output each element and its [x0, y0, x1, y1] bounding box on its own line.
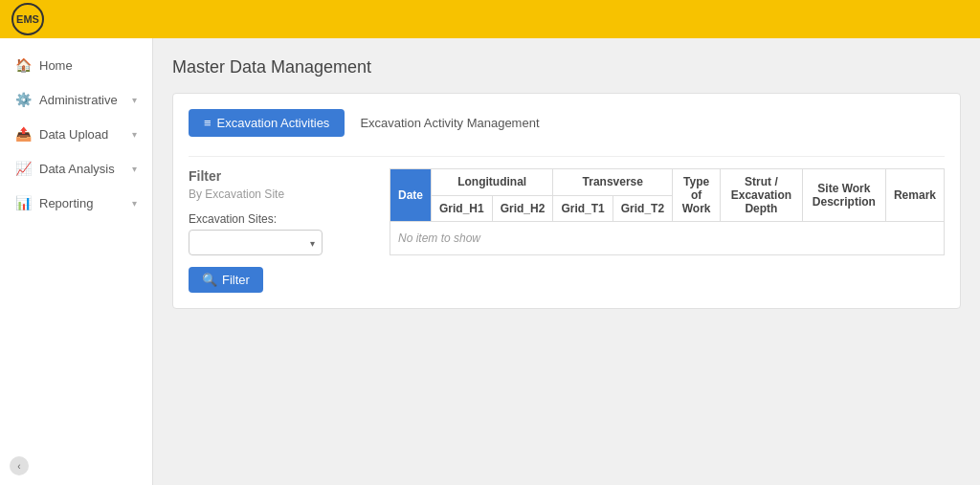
sidebar-item-data-analysis[interactable]: 📈 Data Analysis ▾	[0, 151, 152, 186]
excavation-sites-label: Excavation Sites:	[189, 212, 361, 226]
main-layout: 🏠 Home ⚙️ Administrative ▾ 📤 Data Upload…	[0, 38, 980, 485]
home-icon: 🏠	[15, 57, 32, 73]
filter-section: Filter By Excavation Site Excavation Sit…	[189, 168, 945, 293]
filter-subtitle: By Excavation Site	[189, 187, 361, 201]
sidebar-item-label: Home	[39, 58, 73, 73]
sidebar-item-label: Reporting	[39, 196, 93, 210]
tab-excavation-activities[interactable]: ≡ Excavation Activities	[189, 109, 345, 137]
content-area: Master Data Management ≡ Excavation Acti…	[153, 38, 980, 485]
main-card: ≡ Excavation Activities Excavation Activ…	[172, 93, 961, 309]
sidebar-collapse-button[interactable]: ‹	[10, 456, 29, 475]
data-upload-icon: 📤	[15, 126, 32, 142]
grid-h1-header: Grid_H1	[432, 195, 493, 222]
chevron-down-icon: ▾	[132, 164, 137, 174]
sidebar-item-label: Data Upload	[39, 127, 108, 142]
excavation-table: Date Longitudinal Transverse Type of Wor…	[390, 168, 945, 255]
ems-logo: EMS	[11, 3, 44, 35]
tab-bar: ≡ Excavation Activities Excavation Activ…	[189, 109, 945, 137]
grid-t1-header: Grid_T1	[553, 195, 612, 222]
data-analysis-icon: 📈	[15, 161, 32, 176]
tab-excavation-activity-management[interactable]: Excavation Activity Management	[345, 109, 554, 137]
administrative-icon: ⚙️	[15, 92, 32, 107]
strut-excavation-depth-header: Strut / Excavation Depth	[721, 169, 803, 222]
chevron-down-icon: ▾	[132, 129, 137, 140]
sidebar-item-administrative[interactable]: ⚙️ Administrative ▾	[0, 82, 152, 117]
excavation-sites-select[interactable]	[189, 230, 323, 255]
excavation-sites-select-wrapper: ▾	[189, 230, 323, 255]
topbar: EMS	[0, 0, 980, 38]
date-header: Date	[390, 169, 432, 222]
remark-header: Remark	[885, 169, 944, 222]
tab-icon: ≡	[204, 116, 212, 130]
site-work-description-header: Site Work Description	[802, 169, 885, 222]
sidebar-item-data-upload[interactable]: 📤 Data Upload ▾	[0, 117, 152, 151]
empty-row: No item to show	[390, 222, 945, 255]
longitudinal-group-header: Longitudinal	[432, 169, 553, 196]
table-header-row-1: Date Longitudinal Transverse Type of Wor…	[390, 169, 945, 196]
page-title: Master Data Management	[172, 57, 961, 77]
divider	[189, 156, 945, 157]
chevron-down-icon: ▾	[132, 95, 137, 105]
sidebar-item-label: Data Analysis	[39, 162, 115, 176]
grid-h2-header: Grid_H2	[492, 195, 553, 222]
reporting-icon: 📊	[15, 195, 32, 210]
transverse-group-header: Transverse	[553, 169, 673, 196]
sidebar-item-home[interactable]: 🏠 Home	[0, 48, 152, 82]
search-icon: 🔍	[202, 273, 217, 287]
sidebar-item-reporting[interactable]: 📊 Reporting ▾	[0, 186, 152, 220]
chevron-down-icon: ▾	[132, 198, 137, 209]
sidebar-item-label: Administrative	[39, 93, 118, 107]
table-wrapper: Date Longitudinal Transverse Type of Wor…	[390, 168, 945, 293]
grid-t2-header: Grid_T2	[612, 195, 672, 222]
empty-message: No item to show	[390, 222, 945, 255]
type-of-work-header: Type of Work	[673, 169, 721, 222]
sidebar: 🏠 Home ⚙️ Administrative ▾ 📤 Data Upload…	[0, 38, 153, 485]
filter-title: Filter	[189, 168, 361, 184]
filter-button[interactable]: 🔍 Filter	[189, 267, 263, 293]
filter-panel: Filter By Excavation Site Excavation Sit…	[189, 168, 361, 293]
